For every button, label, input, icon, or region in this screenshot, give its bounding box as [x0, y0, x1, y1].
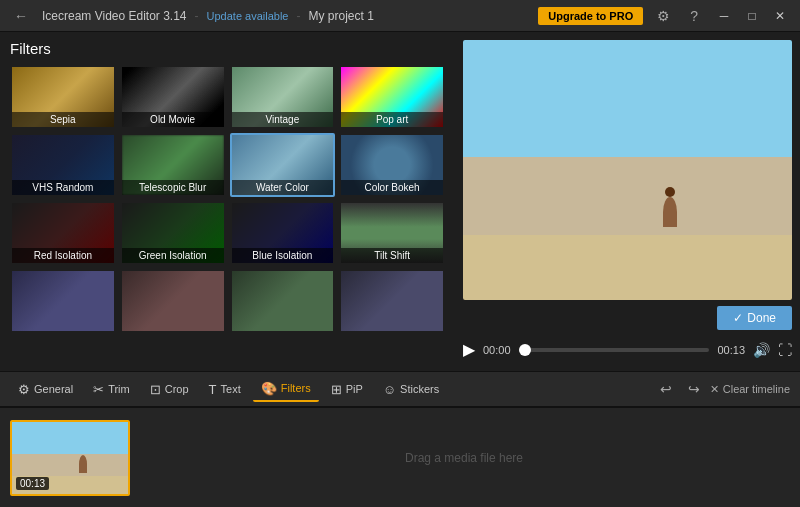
tool-filters[interactable]: 🎨 Filters: [253, 377, 319, 402]
fullscreen-icon[interactable]: ⛶: [778, 342, 792, 358]
help-icon[interactable]: ?: [684, 6, 704, 26]
clear-timeline-button[interactable]: ✕ Clear timeline: [710, 383, 790, 396]
filter-item-row4c[interactable]: [230, 269, 336, 333]
filter-item-vintage[interactable]: Vintage: [230, 65, 336, 129]
timeline: 00:13 Drag a media file here: [0, 407, 800, 507]
filter-label-blueisolation: Blue Isolation: [232, 248, 334, 263]
general-icon: ⚙: [18, 382, 30, 397]
tool-stickers-label: Stickers: [400, 383, 439, 395]
close-button[interactable]: ✕: [768, 4, 792, 28]
filter-thumb-row4c: [232, 271, 334, 331]
timeline-clip[interactable]: 00:13: [10, 420, 130, 496]
filters-icon: 🎨: [261, 381, 277, 396]
filter-label-greenisolation: Green Isolation: [122, 248, 224, 263]
clear-x-icon: ✕: [710, 383, 719, 396]
upgrade-button[interactable]: Upgrade to PRO: [538, 7, 643, 25]
undo-button[interactable]: ↩: [654, 379, 678, 399]
tool-pip[interactable]: ⊞ PiP: [323, 378, 371, 401]
title-dash: -: [296, 9, 300, 23]
time-current: 00:00: [483, 344, 511, 356]
filter-label-telescopic: Telescopic Blur: [122, 180, 224, 195]
tool-stickers[interactable]: ☺ Stickers: [375, 378, 447, 401]
settings-icon[interactable]: ⚙: [651, 6, 676, 26]
content-area: Filters SepiaOld MovieVintagePop artVHS …: [0, 32, 800, 371]
clip-person-figure: [79, 455, 87, 473]
tool-pip-label: PiP: [346, 383, 363, 395]
filter-label-sepia: Sepia: [12, 112, 114, 127]
pip-icon: ⊞: [331, 382, 342, 397]
time-total: 00:13: [717, 344, 745, 356]
filter-item-telescopic[interactable]: Telescopic Blur: [120, 133, 226, 197]
tool-trim-label: Trim: [108, 383, 130, 395]
update-link[interactable]: Update available: [207, 10, 289, 22]
app-title: Icecream Video Editor 3.14: [42, 9, 187, 23]
toolbar: ⚙ General ✂ Trim ⊡ Crop T Text 🎨 Filters…: [0, 371, 800, 407]
tool-general[interactable]: ⚙ General: [10, 378, 81, 401]
filter-label-redisolation: Red Isolation: [12, 248, 114, 263]
filter-item-colorbokeh[interactable]: Color Bokeh: [339, 133, 445, 197]
redo-button[interactable]: ↪: [682, 379, 706, 399]
filter-label-vhs: VHS Random: [12, 180, 114, 195]
progress-bar[interactable]: [519, 348, 710, 352]
filter-item-popart[interactable]: Pop art: [339, 65, 445, 129]
filter-label-oldmovie: Old Movie: [122, 112, 224, 127]
filter-label-vintage: Vintage: [232, 112, 334, 127]
clip-duration-label: 00:13: [16, 477, 49, 490]
tool-text[interactable]: T Text: [201, 378, 249, 401]
play-button[interactable]: ▶: [463, 340, 475, 359]
undo-redo-controls: ↩ ↪: [654, 379, 706, 399]
drag-hint: Drag a media file here: [138, 451, 790, 465]
stickers-icon: ☺: [383, 382, 396, 397]
preview-person-figure: [663, 197, 677, 227]
filter-label-colorbokeh: Color Bokeh: [341, 180, 443, 195]
done-button[interactable]: ✓ Done: [717, 306, 792, 330]
maximize-button[interactable]: □: [740, 4, 764, 28]
filter-item-redisolation[interactable]: Red Isolation: [10, 201, 116, 265]
tool-text-label: Text: [221, 383, 241, 395]
filters-panel: Filters SepiaOld MovieVintagePop artVHS …: [0, 32, 455, 371]
preview-background: [463, 40, 792, 300]
filter-thumb-row4d: [341, 271, 443, 331]
filter-item-row4a[interactable]: [10, 269, 116, 333]
volume-icon[interactable]: 🔊: [753, 342, 770, 358]
progress-thumb[interactable]: [519, 344, 531, 356]
filter-thumb-row4a: [12, 271, 114, 331]
tool-general-label: General: [34, 383, 73, 395]
filter-item-row4b[interactable]: [120, 269, 226, 333]
back-button[interactable]: ←: [8, 6, 34, 26]
filter-item-sepia[interactable]: Sepia: [10, 65, 116, 129]
video-preview: [463, 40, 792, 300]
crop-icon: ⊡: [150, 382, 161, 397]
text-icon: T: [209, 382, 217, 397]
clear-timeline-label: Clear timeline: [723, 383, 790, 395]
filter-item-oldmovie[interactable]: Old Movie: [120, 65, 226, 129]
tool-trim[interactable]: ✂ Trim: [85, 378, 138, 401]
filter-item-blueisolation[interactable]: Blue Isolation: [230, 201, 336, 265]
done-checkmark-icon: ✓: [733, 311, 743, 325]
right-panel: ✓ Done ▶ 00:00 00:13 🔊 ⛶: [455, 32, 800, 371]
done-label: Done: [747, 311, 776, 325]
filter-item-watercolor[interactable]: Water Color: [230, 133, 336, 197]
filters-grid: SepiaOld MovieVintagePop artVHS RandomTe…: [10, 65, 445, 333]
done-button-area: ✓ Done: [463, 306, 792, 330]
filter-thumb-row4b: [122, 271, 224, 331]
tool-crop[interactable]: ⊡ Crop: [142, 378, 197, 401]
filter-item-vhs[interactable]: VHS Random: [10, 133, 116, 197]
titlebar: ← Icecream Video Editor 3.14 - Update av…: [0, 0, 800, 32]
title-separator: -: [195, 9, 199, 23]
filter-label-popart: Pop art: [341, 112, 443, 127]
playback-controls: ▶ 00:00 00:13 🔊 ⛶: [463, 336, 792, 363]
trim-icon: ✂: [93, 382, 104, 397]
filter-item-row4d[interactable]: [339, 269, 445, 333]
filter-label-tiltshift: Tilt Shift: [341, 248, 443, 263]
tool-crop-label: Crop: [165, 383, 189, 395]
filter-item-tiltshift[interactable]: Tilt Shift: [339, 201, 445, 265]
filter-item-greenisolation[interactable]: Green Isolation: [120, 201, 226, 265]
minimize-button[interactable]: ─: [712, 4, 736, 28]
timeline-track: 00:13 Drag a media file here: [10, 416, 790, 499]
filter-label-watercolor: Water Color: [232, 180, 334, 195]
project-name: My project 1: [308, 9, 373, 23]
tool-filters-label: Filters: [281, 382, 311, 394]
filters-title: Filters: [10, 40, 445, 57]
